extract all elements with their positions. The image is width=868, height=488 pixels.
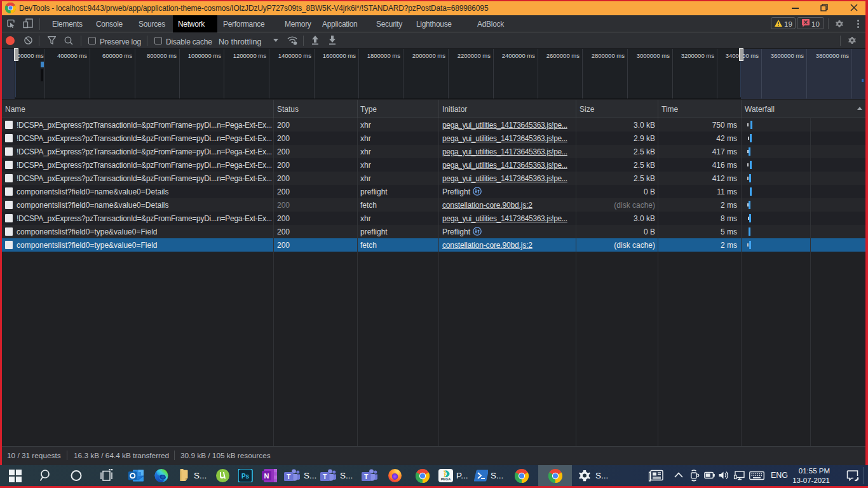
svg-text:N: N <box>264 472 269 480</box>
svg-text:PEGA: PEGA <box>441 477 451 481</box>
svg-text:Ps: Ps <box>241 473 250 480</box>
svg-text:T: T <box>364 473 369 480</box>
svg-text:T: T <box>323 473 327 480</box>
svg-text:T: T <box>287 473 291 480</box>
